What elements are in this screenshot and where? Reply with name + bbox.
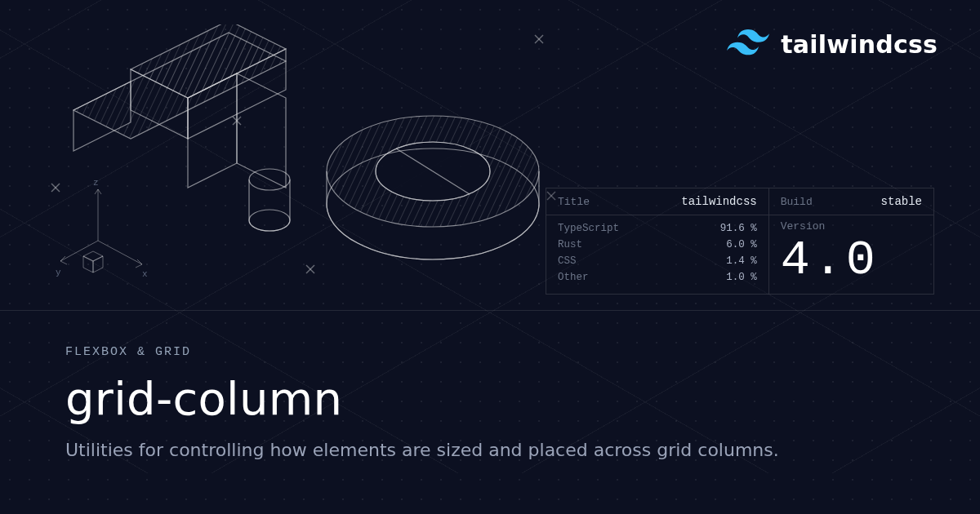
page-content: FLEXBOX & GRID grid-column Utilities for…: [0, 310, 980, 514]
axis-y-label: y: [56, 268, 61, 277]
brand-name: tailwindcss: [781, 30, 938, 59]
page-title: grid-column: [65, 372, 915, 425]
language-row: CSS1.4 %: [558, 253, 757, 269]
svg-line-27: [60, 241, 98, 261]
tailwind-logo-icon: [727, 29, 769, 59]
info-title-value: tailwindcss: [681, 195, 756, 208]
language-row: Rust6.0 %: [558, 237, 757, 253]
svg-marker-29: [83, 256, 93, 273]
languages-list: TypeScript91.6 % Rust6.0 % CSS1.4 % Othe…: [546, 215, 768, 294]
info-title-label: Title: [558, 196, 590, 208]
category-eyebrow: FLEXBOX & GRID: [65, 345, 915, 359]
page-subtitle: Utilities for controlling how elements a…: [65, 440, 915, 460]
axes-widget: z x y: [57, 179, 155, 294]
axis-x-label: x: [142, 269, 148, 279]
meta-info-panel: Title tailwindcss TypeScript91.6 % Rust6…: [546, 188, 934, 295]
language-row: Other1.0 %: [558, 269, 757, 286]
axis-z-label: z: [93, 178, 99, 188]
language-row: TypeScript91.6 %: [558, 220, 757, 237]
info-build-value: stable: [881, 195, 922, 208]
svg-point-9: [249, 210, 290, 231]
info-version-label: Version: [781, 217, 922, 233]
svg-line-26: [98, 241, 142, 264]
brand-logo: tailwindcss: [727, 29, 938, 59]
info-build-label: Build: [781, 196, 813, 208]
info-version-value: 4.0: [781, 233, 922, 289]
svg-marker-7: [237, 73, 286, 188]
svg-marker-30: [93, 256, 103, 273]
svg-marker-28: [83, 251, 103, 261]
